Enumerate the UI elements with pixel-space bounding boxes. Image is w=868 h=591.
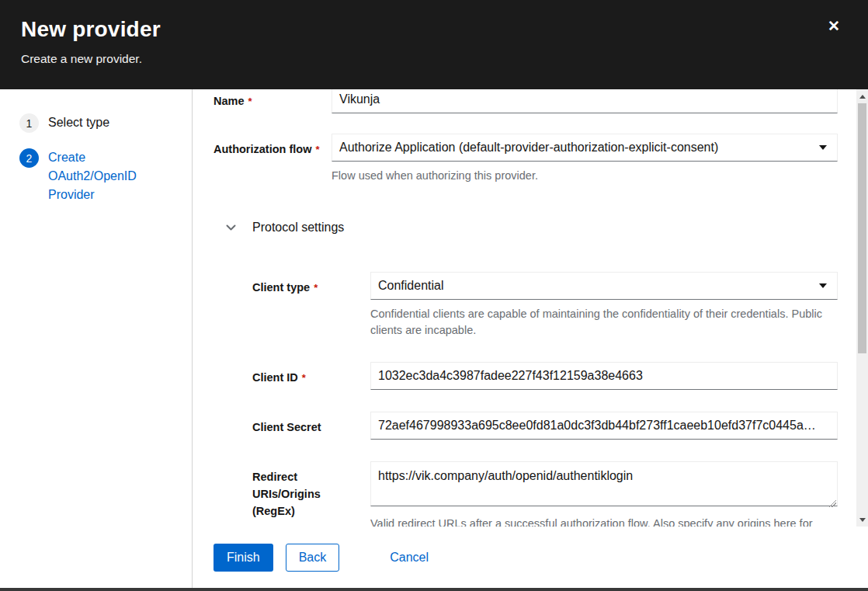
wizard-step-create-provider[interactable]: 2 Create OAuth2/OpenID Provider — [0, 141, 192, 212]
caret-down-icon — [819, 283, 827, 288]
redirect-uris-row: Redirect URIs/Origins (RegEx) https://vi… — [214, 461, 838, 527]
client-id-row: Client ID* — [214, 362, 838, 390]
redirect-uris-help: Valid redirect URLs after a successful a… — [370, 516, 838, 527]
required-asterisk: * — [302, 372, 306, 384]
authorization-flow-label: Authorization flow* — [214, 134, 332, 158]
client-id-input[interactable] — [370, 362, 838, 390]
redirect-uris-label: Redirect URIs/Origins (RegEx) — [252, 461, 370, 520]
client-type-select[interactable]: Confidential — [370, 272, 838, 300]
authorization-flow-help: Flow used when authorizing this provider… — [332, 168, 838, 184]
selected-flow-value: Authorize Application (default-provider-… — [339, 141, 813, 155]
step-number-badge: 2 — [19, 148, 39, 168]
vertical-scrollbar[interactable] — [856, 89, 868, 527]
client-secret-label: Client Secret — [252, 412, 370, 436]
chevron-down-icon — [226, 224, 236, 231]
client-secret-row: Client Secret — [214, 412, 838, 440]
page-subtitle: Create a new provider. — [21, 52, 847, 66]
scrollbar-up-arrow-icon[interactable] — [856, 91, 868, 102]
client-type-label: Client type* — [252, 272, 370, 297]
client-id-label: Client ID* — [252, 362, 370, 387]
name-label: Name* — [214, 89, 332, 110]
name-input[interactable] — [332, 89, 838, 113]
new-provider-modal: New provider Create a new provider. ✕ 1 … — [0, 0, 868, 591]
selected-client-type-value: Confidential — [378, 279, 813, 293]
step-number-badge: 1 — [19, 113, 39, 133]
required-asterisk: * — [248, 96, 252, 107]
wizard-step-select-type[interactable]: 1 Select type — [0, 106, 192, 141]
back-button[interactable]: Back — [286, 544, 340, 572]
modal-footer: Finish Back Cancel — [193, 527, 868, 588]
client-secret-input[interactable] — [370, 412, 838, 440]
textarea-resize-handle[interactable] — [829, 500, 836, 507]
required-asterisk: * — [315, 144, 319, 155]
protocol-settings-title: Protocol settings — [252, 221, 344, 235]
close-icon[interactable]: ✕ — [828, 19, 840, 33]
cancel-button[interactable]: Cancel — [390, 544, 429, 572]
redirect-uris-textarea[interactable]: https://vik.company/auth/openid/authenti… — [370, 461, 838, 506]
client-type-help: Confidential clients are capable of main… — [370, 306, 838, 339]
form-scroll-area: Name* Authorization flow* Authorize Appl… — [193, 89, 868, 527]
wizard-step-label: Select type — [48, 113, 109, 132]
authorization-flow-select[interactable]: Authorize Application (default-provider-… — [332, 134, 838, 162]
client-type-row: Client type* Confidential Confidential c… — [214, 272, 838, 339]
authorization-flow-row: Authorization flow* Authorize Applicatio… — [214, 134, 838, 184]
name-field-row: Name* — [214, 89, 838, 113]
wizard-content: Name* Authorization flow* Authorize Appl… — [193, 89, 868, 588]
caret-down-icon — [819, 145, 827, 150]
finish-button[interactable]: Finish — [214, 544, 273, 572]
page-title: New provider — [21, 17, 847, 42]
page-backdrop — [0, 588, 868, 591]
wizard-sidebar: 1 Select type 2 Create OAuth2/OpenID Pro… — [0, 89, 193, 588]
wizard-step-label: Create OAuth2/OpenID Provider — [48, 148, 141, 204]
required-asterisk: * — [314, 282, 318, 294]
modal-header: New provider Create a new provider. ✕ — [0, 0, 868, 89]
scrollbar-thumb[interactable] — [858, 103, 866, 353]
scrollbar-down-arrow-icon[interactable] — [856, 514, 868, 525]
protocol-settings-toggle[interactable]: Protocol settings — [226, 221, 838, 235]
modal-body: 1 Select type 2 Create OAuth2/OpenID Pro… — [0, 89, 868, 588]
